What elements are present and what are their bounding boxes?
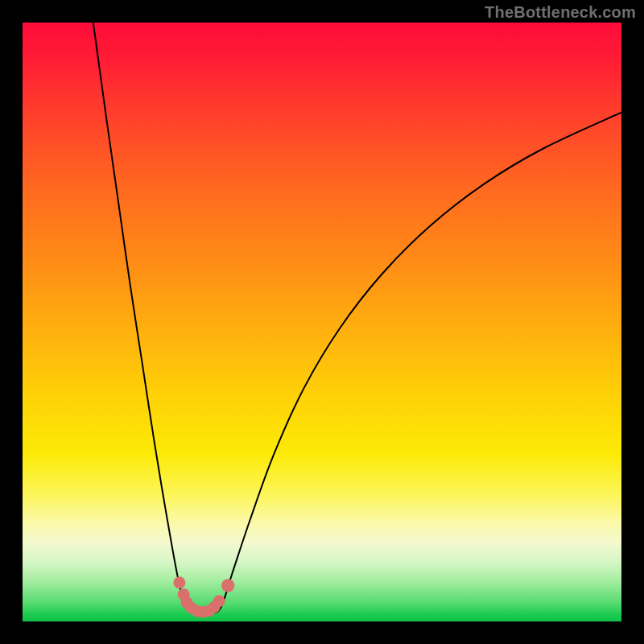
curve-layer [23,23,621,621]
watermark-text: TheBottleneck.com [485,3,636,22]
plot-area [23,23,621,621]
valley-marker [221,579,234,592]
valley-marker [173,576,185,588]
outer-frame: TheBottleneck.com [0,0,644,644]
valley-marker [213,595,225,607]
bottleneck-curve [93,23,621,613]
